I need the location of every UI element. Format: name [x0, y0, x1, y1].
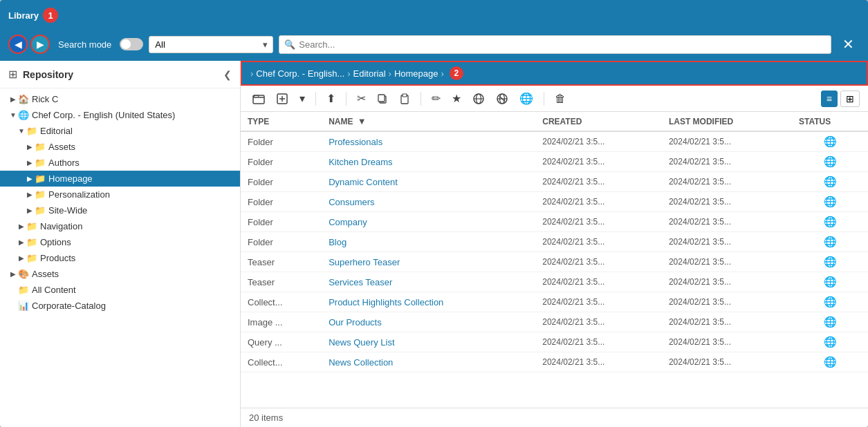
sidebar-collapse-button[interactable]: ❮	[223, 69, 232, 80]
close-button[interactable]: ✕	[837, 33, 860, 55]
col-created[interactable]: CREATED	[535, 112, 662, 131]
col-name[interactable]: NAME ▼	[322, 112, 535, 131]
table-row[interactable]: Folder Blog 2024/02/21 3:5... 2024/02/21…	[241, 232, 868, 252]
cell-created: 2024/02/21 3:5...	[535, 332, 662, 352]
search-mode-toggle[interactable]	[120, 38, 143, 50]
cell-name[interactable]: Kitchen Dreams	[322, 152, 535, 172]
view-grid-button[interactable]: ⊞	[840, 91, 860, 107]
cell-type: Teaser	[241, 272, 322, 292]
cell-name[interactable]: News Collection	[322, 352, 535, 372]
cell-status: 🌐	[792, 332, 868, 352]
table-row[interactable]: Folder Company 2024/02/21 3:5... 2024/02…	[241, 212, 868, 232]
col-last-modified[interactable]: LAST MODIFIED	[662, 112, 792, 131]
sidebar-item-personalization[interactable]: ▶ 📁 Personalization	[0, 187, 240, 202]
cell-name[interactable]: Professionals	[322, 131, 535, 152]
cell-name[interactable]: Our Products	[322, 312, 535, 332]
status-icon: 🌐	[824, 276, 837, 287]
cell-created: 2024/02/21 3:5...	[535, 192, 662, 212]
cell-created: 2024/02/21 3:5...	[535, 312, 662, 332]
sidebar-item-products[interactable]: ▶ 📁 Products	[0, 250, 240, 266]
add-dropdown-button[interactable]: ▾	[296, 90, 308, 107]
cell-modified: 2024/02/21 3:5...	[662, 312, 792, 332]
cell-type: Teaser	[241, 252, 322, 272]
col-type[interactable]: TYPE	[241, 112, 322, 131]
cell-modified: 2024/02/21 3:5...	[662, 131, 792, 152]
sidebar-item-homepage[interactable]: ▶ 📁 Homepage	[0, 171, 240, 187]
paste-button[interactable]	[396, 91, 414, 106]
sidebar-item-navigation[interactable]: ▶ 📁 Navigation	[0, 218, 240, 234]
sidebar-item-editorial[interactable]: ▼ 📁 Editorial	[0, 123, 240, 139]
cut-button[interactable]: ✂	[353, 90, 369, 107]
cell-status: 🌐	[792, 172, 868, 192]
nav-forward-button[interactable]: ▶	[30, 35, 50, 54]
table-row[interactable]: Collect... Product Highlights Collection…	[241, 292, 868, 312]
sidebar-item-site-wide[interactable]: ▶ 📁 Site-Wide	[0, 202, 240, 218]
status-icon: 🌐	[824, 175, 837, 187]
status-icon: 🌐	[824, 356, 837, 368]
unpublish-button[interactable]	[492, 91, 512, 107]
cell-name[interactable]: News Query List	[322, 332, 535, 352]
cell-type: Folder	[241, 152, 322, 172]
sidebar-item-corporate-catalog[interactable]: 📊 Corporate-Catalog	[0, 298, 240, 314]
sidebar-item-chef-corp[interactable]: ▼ 🌐 Chef Corp. - English (United States)	[0, 107, 240, 123]
delete-button[interactable]: 🗑	[551, 91, 569, 107]
status-icon: 🌐	[824, 196, 837, 207]
cell-created: 2024/02/21 3:5...	[535, 172, 662, 192]
cell-name[interactable]: Dynamic Content	[322, 172, 535, 192]
table-row[interactable]: Image ... Our Products 2024/02/21 3:5...…	[241, 312, 868, 332]
table-row[interactable]: Teaser Superhero Teaser 2024/02/21 3:5..…	[241, 252, 868, 272]
window-title: Library 1	[8, 8, 58, 23]
upload-button[interactable]: ⬆	[323, 90, 339, 107]
breadcrumb-homepage[interactable]: Homepage	[394, 68, 438, 79]
table-row[interactable]: Folder Dynamic Content 2024/02/21 3:5...…	[241, 172, 868, 192]
cell-created: 2024/02/21 3:5...	[535, 232, 662, 252]
breadcrumb-chef-corp[interactable]: Chef Corp. - English...	[256, 68, 344, 79]
cell-name[interactable]: Consumers	[322, 192, 535, 212]
view-list-button[interactable]: ≡	[821, 91, 838, 107]
publish-button[interactable]	[469, 91, 488, 107]
copy-button[interactable]	[373, 91, 391, 106]
sidebar-item-rick-c[interactable]: ▶ 🏠 Rick C	[0, 91, 240, 107]
cell-modified: 2024/02/21 3:5...	[662, 292, 792, 312]
sidebar: ⊞ Repository ❮ ▶ 🏠 Rick C ▼ 🌐 Chef Corp.…	[0, 61, 241, 427]
svg-rect-5	[378, 95, 385, 102]
cell-name[interactable]: Superhero Teaser	[322, 252, 535, 272]
cell-status: 🌐	[792, 131, 868, 152]
table-row[interactable]: Folder Professionals 2024/02/21 3:5... 2…	[241, 131, 868, 152]
bookmark-button[interactable]: ★	[448, 90, 465, 107]
breadcrumb-editorial[interactable]: Editorial	[353, 68, 386, 79]
search-icon: 🔍	[284, 39, 295, 50]
cell-type: Query ...	[241, 332, 322, 352]
sidebar-item-assets-top[interactable]: ▶ 🎨 Assets	[0, 266, 240, 282]
new-folder-button[interactable]	[249, 91, 268, 107]
sidebar-item-authors[interactable]: ▶ 📁 Authors	[0, 155, 240, 171]
nav-buttons: ◀ ▶	[8, 35, 50, 54]
cell-modified: 2024/02/21 3:5...	[662, 252, 792, 272]
table-row[interactable]: Teaser Services Teaser 2024/02/21 3:5...…	[241, 272, 868, 292]
table-row[interactable]: Collect... News Collection 2024/02/21 3:…	[241, 352, 868, 372]
add-content-button[interactable]	[273, 91, 292, 107]
items-count: 20 items	[249, 412, 283, 423]
table-row[interactable]: Folder Kitchen Dreams 2024/02/21 3:5... …	[241, 152, 868, 172]
nav-back-button[interactable]: ◀	[8, 35, 28, 54]
col-status[interactable]: STATUS	[792, 112, 868, 131]
cell-modified: 2024/02/21 3:5...	[662, 352, 792, 372]
edit-button[interactable]: ✏	[428, 90, 444, 107]
sidebar-item-assets[interactable]: ▶ 📁 Assets	[0, 139, 240, 155]
search-input[interactable]	[279, 35, 831, 54]
cell-modified: 2024/02/21 3:5...	[662, 272, 792, 292]
type-filter-dropdown[interactable]: All Folders Documents Assets	[149, 36, 273, 53]
table-row[interactable]: Folder Consumers 2024/02/21 3:5... 2024/…	[241, 192, 868, 212]
cell-name[interactable]: Product Highlights Collection	[322, 292, 535, 312]
cell-name[interactable]: Company	[322, 212, 535, 232]
cell-name[interactable]: Services Teaser	[322, 272, 535, 292]
cell-modified: 2024/02/21 3:5...	[662, 232, 792, 252]
sidebar-item-options[interactable]: ▶ 📁 Options	[0, 234, 240, 250]
right-panel: › Chef Corp. - English... › Editorial › …	[241, 61, 868, 427]
sidebar-item-all-content[interactable]: 📁 All Content	[0, 282, 240, 298]
translate-button[interactable]: 🌐	[516, 90, 537, 107]
table-row[interactable]: Query ... News Query List 2024/02/21 3:5…	[241, 332, 868, 352]
cell-name[interactable]: Blog	[322, 232, 535, 252]
breadcrumb-sep-3: ›	[441, 68, 444, 79]
cell-created: 2024/02/21 3:5...	[535, 352, 662, 372]
